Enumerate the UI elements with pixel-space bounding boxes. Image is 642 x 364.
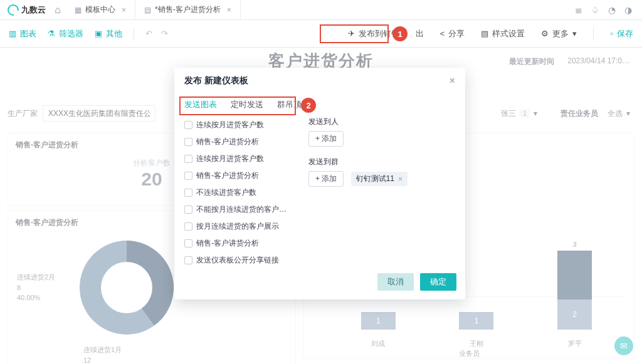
titlebar-actions: ≣ ♤ ◔ ◑: [575, 5, 638, 15]
style-button[interactable]: ▧样式设置: [481, 28, 525, 39]
user-icon[interactable]: ◑: [624, 5, 632, 15]
save-icon: ▫: [610, 29, 613, 38]
tab-group-pin[interactable]: 群吊顶: [277, 99, 302, 110]
logo-icon: [8, 4, 19, 16]
insert-filter-button[interactable]: ⚗筛选器: [48, 28, 83, 39]
bell-icon[interactable]: ♤: [591, 5, 599, 15]
chevron-down-icon: ▾: [572, 29, 577, 38]
check-item[interactable]: 不连续进货客户数: [184, 184, 297, 201]
label: 其他: [106, 28, 122, 39]
add-group-button[interactable]: + 添加: [308, 171, 344, 187]
toolbar: ▥图表 ⚗筛选器 ▣其他 ↶ ↷ ✈发布到钉钉 出 <分享 ▧样式设置 ⚙更多▾…: [0, 20, 642, 48]
group-chip: 钉钉测试11 ×: [351, 172, 408, 186]
label: 筛选器: [59, 28, 83, 39]
send-icon: ✈: [348, 29, 355, 38]
modal-header: 发布 新建仪表板 ×: [174, 68, 465, 94]
checkbox-icon: [184, 189, 192, 197]
close-icon[interactable]: ×: [450, 75, 455, 86]
save-button[interactable]: ▫保存: [610, 28, 633, 39]
tab-current-dashboard[interactable]: ▤ *销售-客户进货分析 ×: [135, 0, 241, 19]
check-item[interactable]: 发送仪表板公开分享链接: [184, 252, 297, 267]
check-item[interactable]: 销售-客户进货分析: [184, 167, 297, 184]
check-item[interactable]: 不能按月连续进货的客户…: [184, 201, 297, 218]
tab-templates[interactable]: ▦ 模板中心 ×: [66, 0, 135, 19]
send-to-person: 发送到人 + 添加: [308, 117, 455, 147]
check-item[interactable]: 连续按月进货客户数: [184, 117, 297, 133]
undo-redo: ↶ ↷: [145, 29, 168, 38]
tab-label: *销售-客户进货分析: [155, 4, 221, 15]
checkbox-icon: [184, 138, 192, 146]
recipients-column: 发送到人 + 添加 发送到群 + 添加 钉钉测试11 ×: [308, 117, 455, 267]
export-button-partial[interactable]: 出: [416, 28, 424, 39]
group-chip-label: 钉钉测试11: [356, 174, 394, 184]
checkbox-icon: [184, 205, 192, 214]
checkbox-icon: [184, 222, 192, 231]
modal-tabs: 发送图表 定时发送 群吊顶: [174, 94, 465, 117]
share-button[interactable]: <分享: [440, 28, 465, 39]
publish-modal: 发布 新建仪表板 × 发送图表 定时发送 群吊顶 连续按月进货客户数 销售-客户…: [174, 68, 465, 299]
close-icon[interactable]: ×: [122, 6, 126, 14]
insert-chart-button[interactable]: ▥图表: [9, 28, 36, 39]
brand-text: 九数云: [21, 4, 46, 16]
label: 更多: [552, 28, 569, 39]
check-item[interactable]: 连续按月进货客户数: [184, 150, 297, 167]
checkbox-icon: [184, 155, 192, 163]
undo-icon[interactable]: ↶: [145, 29, 152, 38]
send-to-group-label: 发送到群: [308, 157, 455, 167]
remove-chip-icon[interactable]: ×: [398, 175, 403, 184]
separator: [134, 28, 134, 40]
label: 分享: [448, 28, 465, 39]
checkbox-icon: [184, 121, 192, 129]
ok-button[interactable]: 确定: [420, 273, 456, 291]
dashboard-icon: ▤: [144, 6, 151, 14]
other-icon: ▣: [95, 29, 102, 38]
separator: [593, 28, 594, 40]
cancel-button[interactable]: 取消: [377, 273, 414, 291]
home-icon[interactable]: ⌂: [50, 4, 66, 16]
chart-checklist: 连续按月进货客户数 销售-客户进货分析 连续按月进货客户数 销售-客户进货分析 …: [184, 117, 297, 267]
add-person-button[interactable]: + 添加: [308, 131, 344, 147]
label: 保存: [617, 28, 633, 39]
check-item[interactable]: 按月连续进货的客户展示: [184, 218, 297, 235]
publish-dingtalk-button[interactable]: ✈发布到钉钉: [348, 28, 399, 39]
close-icon[interactable]: ×: [227, 6, 231, 14]
label: 发布到钉钉: [359, 28, 399, 39]
title-bar: 九数云 ⌂ ▦ 模板中心 × ▤ *销售-客户进货分析 × ≣ ♤ ◔ ◑: [0, 0, 642, 20]
filter-icon: ⚗: [48, 29, 55, 38]
chart-icon: ▥: [9, 29, 16, 38]
modal-body: 连续按月进货客户数 销售-客户进货分析 连续按月进货客户数 销售-客户进货分析 …: [174, 117, 465, 267]
tab-label: 模板中心: [85, 4, 115, 15]
gear-icon: ⚙: [541, 29, 549, 38]
checkbox-icon: [184, 256, 192, 264]
label: 图表: [20, 28, 36, 39]
checkbox-icon: [184, 172, 192, 180]
check-item[interactable]: 销售-客户进货分析: [184, 133, 297, 150]
insert-other-button[interactable]: ▣其他: [95, 28, 122, 39]
checkbox-icon: [184, 239, 192, 247]
template-icon: ▦: [75, 6, 82, 14]
label: 样式设置: [492, 28, 525, 39]
check-item[interactable]: 销售-客户讲货分析: [184, 235, 297, 252]
style-icon: ▧: [481, 29, 488, 38]
modal-footer: 取消 确定: [174, 267, 465, 299]
redo-icon[interactable]: ↷: [161, 29, 168, 38]
tab-scheduled-send[interactable]: 定时发送: [231, 99, 263, 110]
modal-title: 发布 新建仪表板: [184, 75, 248, 86]
send-to-group: 发送到群 + 添加 钉钉测试11 ×: [308, 157, 455, 187]
tab-strip: ▦ 模板中心 × ▤ *销售-客户进货分析 ×: [66, 0, 241, 19]
list-icon[interactable]: ≣: [575, 5, 582, 15]
share-icon: <: [440, 29, 445, 38]
brand: 九数云: [4, 4, 50, 16]
tab-send-chart[interactable]: 发送图表: [184, 99, 217, 110]
send-to-person-label: 发送到人: [308, 117, 455, 127]
clock-icon[interactable]: ◔: [608, 5, 616, 15]
more-button[interactable]: ⚙更多▾: [541, 28, 577, 39]
